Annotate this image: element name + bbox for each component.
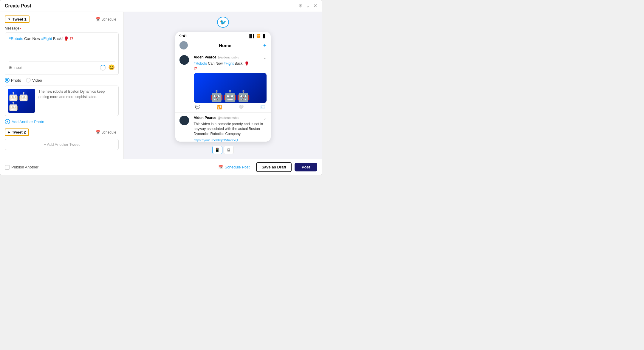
plus-circle-icon: ⊕	[9, 64, 12, 71]
preview-hashtag-fight: #Fight	[224, 61, 233, 66]
tweet1-user-info: Aiden Pearce @aidenctosblu	[194, 55, 239, 59]
post-button[interactable]: Post	[295, 163, 317, 171]
schedule2-label: Schedule	[101, 130, 116, 134]
phone-header: Home ✦	[175, 39, 271, 52]
insert-button[interactable]: ⊕ Insert	[9, 64, 22, 71]
status-time: 9:41	[179, 34, 187, 38]
tweet2-header: ▶ Tweet 2 📅 Schedule	[5, 128, 119, 136]
tweet1-card-content: Aiden Pearce @aidenctosblu ⌄ #Robots Can…	[194, 55, 267, 109]
tweet1-header: ▼ Tweet 1 📅 Schedule	[5, 16, 119, 23]
status-bar: 9:41 ▐▌▌ 🛜 ▐▌	[175, 32, 271, 39]
header: Create Post ✳ ⌄ ✕	[0, 0, 322, 12]
message-icons: 😊	[100, 64, 115, 72]
add-photo-button[interactable]: + Add Another Photo	[5, 119, 119, 124]
tweet1-title: Tweet 1	[13, 17, 27, 21]
preview-robot-figures: 🤖🤖🤖	[210, 90, 250, 102]
status-icons: ▐▌▌ 🛜 ▐▌	[248, 34, 267, 38]
calendar2-icon: 📅	[95, 130, 100, 134]
hashtag-fight: #Fight	[41, 36, 52, 41]
twitter-icon-circle: 🐦	[217, 17, 229, 28]
chevron-down-icon[interactable]: ⌄	[306, 3, 310, 9]
message-textarea[interactable]: #Robots Can Now #Fight Back! 🥊 !? ⊕ Inse…	[5, 32, 119, 75]
tweet2-text: This video is a comedic parody and is no…	[194, 122, 267, 137]
publish-another-option[interactable]: Publish Another	[5, 165, 38, 170]
photo-radio-button[interactable]	[5, 78, 10, 83]
avatar-face	[179, 41, 188, 49]
add-photo-icon: +	[5, 119, 10, 124]
publish-another-label: Publish Another	[11, 165, 38, 169]
tweet1-preview-card: Aiden Pearce @aidenctosblu ⌄ #Robots Can…	[175, 52, 271, 113]
tweet2-preview-card: Aiden Pearce @aidenctosblu ⌄ This video …	[175, 113, 271, 142]
schedule-calendar-icon: 📅	[218, 165, 223, 169]
signal-icon: ▐▌▌	[248, 34, 255, 38]
twitter-icon: 🐦	[220, 19, 226, 26]
message-label: Message •	[5, 26, 119, 31]
desktop-view-btn[interactable]: 🖥	[224, 146, 234, 154]
tweet1-preview-image: 🤖🤖🤖	[194, 73, 267, 103]
page-title: Create Post	[5, 3, 31, 9]
mobile-view-btn[interactable]: 📱	[212, 146, 222, 154]
save-draft-button[interactable]: Save as Draft	[256, 162, 291, 172]
required-dot: •	[20, 26, 21, 31]
schedule-post-label: Schedule Post	[225, 165, 250, 169]
tweet2-user-info: Aiden Pearce @aidenctosblu	[194, 116, 239, 120]
tweet1-chevron[interactable]: ⌄	[263, 55, 267, 60]
phone-user-avatar	[179, 41, 188, 49]
image-caption: The new robots at Boston Dynamics keep g…	[38, 89, 115, 100]
tweet2-label[interactable]: ▶ Tweet 2	[5, 128, 29, 136]
video-radio[interactable]: Video	[26, 78, 42, 83]
wifi-icon: 🛜	[256, 34, 261, 38]
share-icon[interactable]: ✉️	[260, 105, 265, 109]
image-preview-box: 🤖🤖🤖 The new robots at Boston Dynamics ke…	[5, 86, 119, 116]
preview-exclaim: !?	[194, 66, 197, 71]
tweet2-schedule-btn[interactable]: 📅 Schedule	[93, 129, 119, 136]
emoji-picker-icon[interactable]: 😊	[108, 64, 115, 72]
message-text-back: Back! 🥊	[52, 36, 69, 41]
tweet1-handle: @aidenctosblu	[218, 55, 239, 59]
header-actions: ✳ ⌄ ✕	[298, 3, 317, 9]
tweet2-section: ▶ Tweet 2 📅 Schedule	[5, 128, 119, 136]
comment-icon[interactable]: 💬	[195, 105, 200, 109]
tweet2-username: Aiden Pearce	[194, 116, 216, 120]
pin-icon[interactable]: ✳	[298, 3, 302, 9]
tweet1-username: Aiden Pearce	[194, 55, 216, 59]
calendar-icon: 📅	[95, 17, 100, 21]
preview-text-back: Back! 🥊	[235, 61, 249, 66]
preview-text-mid: Can Now	[208, 61, 224, 66]
main-content: ▼ Tweet 1 📅 Schedule Message • #Robots C…	[0, 12, 322, 159]
hashtag-robots: #Robots	[9, 36, 23, 41]
tweet1-label[interactable]: ▼ Tweet 1	[5, 16, 30, 23]
tweet2-title: Tweet 2	[12, 130, 26, 134]
tweet1-schedule-btn[interactable]: 📅 Schedule	[93, 16, 119, 23]
photo-radio[interactable]: Photo	[5, 78, 21, 83]
close-icon[interactable]: ✕	[313, 3, 317, 9]
tweet2-avatar	[179, 116, 189, 125]
app-window: Create Post ✳ ⌄ ✕ ▼ Tweet 1 📅 Schedule	[0, 0, 322, 175]
phone-mockup: 9:41 ▐▌▌ 🛜 ▐▌ Home ✦	[175, 32, 271, 142]
phone-home-title: Home	[219, 43, 231, 48]
avatar2-dark	[179, 116, 189, 125]
publish-another-checkbox[interactable]	[5, 165, 10, 170]
tweet1-arrow: ▼	[8, 18, 11, 21]
retweet-icon[interactable]: 🔁	[217, 105, 222, 109]
add-another-tweet-button[interactable]: + Add Another Tweet	[5, 139, 119, 150]
tweet2-link[interactable]: https://youtu.be/dKjCWfuvYxQ	[194, 138, 267, 142]
message-footer: ⊕ Insert 😊	[9, 61, 115, 72]
view-toggle: 📱 🖥	[212, 146, 234, 154]
sparkle-icon[interactable]: ✦	[263, 43, 267, 48]
tweet1-card-header: Aiden Pearce @aidenctosblu ⌄	[194, 55, 267, 60]
like-icon[interactable]: 🤍	[239, 105, 244, 109]
schedule-post-button[interactable]: 📅 Schedule Post	[215, 163, 253, 171]
tweet2-chevron[interactable]: ⌄	[263, 116, 267, 120]
video-radio-button[interactable]	[26, 78, 31, 83]
left-panel: ▼ Tweet 1 📅 Schedule Message • #Robots C…	[0, 12, 124, 159]
preview-hashtag-robots: #Robots	[194, 61, 207, 66]
avatar-dark	[179, 55, 189, 65]
right-panel: 🐦 9:41 ▐▌▌ 🛜 ▐▌	[124, 12, 322, 159]
robot-figure: 🤖🤖🤖	[8, 92, 35, 111]
tweet2-arrow: ▶	[8, 131, 10, 134]
exclaim-emoji: !?	[70, 36, 73, 41]
tweet2-card-content: Aiden Pearce @aidenctosblu ⌄ This video …	[194, 116, 267, 142]
tweet2-handle: @aidenctosblu	[218, 116, 239, 120]
tweet2-card-header: Aiden Pearce @aidenctosblu ⌄	[194, 116, 267, 120]
